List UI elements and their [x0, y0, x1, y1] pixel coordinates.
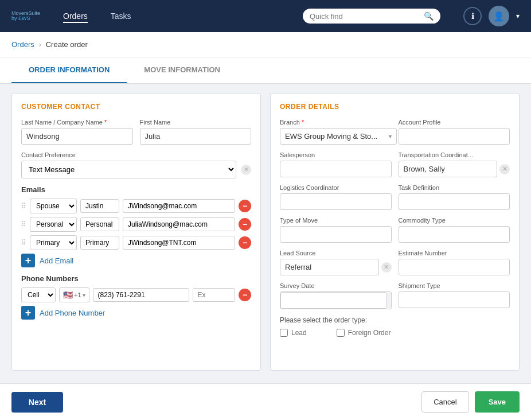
lead-source-clear[interactable]: ✕	[381, 262, 392, 273]
remove-email-0[interactable]: −	[239, 200, 251, 212]
calendar-icon[interactable]: 📅	[387, 293, 392, 308]
branch-select-wrap: EWS Group Moving & Sto... ▾	[280, 128, 392, 145]
email-name-2[interactable]	[80, 236, 119, 250]
save-button[interactable]: Save	[475, 391, 520, 413]
add-phone-label: Add Phone Number	[40, 309, 105, 317]
order-type-prompt: Please select the order type:	[280, 316, 510, 324]
email-name-1[interactable]	[80, 217, 119, 231]
last-name-group: Last Name / Company Name *	[21, 119, 133, 145]
survey-date-input[interactable]	[280, 292, 387, 309]
search-input[interactable]	[310, 12, 419, 21]
shipment-type-select[interactable]	[399, 291, 510, 308]
order-details-title: ORDER DETAILS	[280, 103, 510, 111]
lead-source-group: Lead Source Referral ✕	[280, 250, 392, 275]
branch-select[interactable]: EWS Group Moving & Sto...	[280, 128, 397, 145]
email-address-0[interactable]	[123, 199, 235, 213]
transport-coord-clear[interactable]: ✕	[499, 164, 510, 174]
account-profile-label: Account Profile	[399, 119, 510, 126]
branch-group: Branch * EWS Group Moving & Sto... ▾	[280, 119, 392, 145]
salesperson-select[interactable]	[280, 161, 392, 177]
email-row-1: ⠿ PersonalSpousePrimary −	[21, 217, 251, 232]
nav-tasks[interactable]: Tasks	[111, 9, 131, 23]
estimate-number-input[interactable]	[399, 259, 510, 275]
foreign-order-checkbox-label[interactable]: Foreign Order	[337, 329, 391, 337]
first-name-input[interactable]	[140, 128, 252, 145]
email-row-2: ⠿ PrimarySpousePersonal −	[21, 235, 251, 250]
remove-phone-0[interactable]: −	[239, 289, 251, 301]
email-name-0[interactable]	[80, 199, 119, 213]
shipment-type-label: Shipment Type	[399, 282, 510, 289]
add-email-button[interactable]: + Add Email	[21, 254, 73, 267]
lead-checkbox[interactable]	[280, 329, 288, 337]
logistics-group: Logistics Coordinator	[280, 184, 392, 210]
breadcrumb-orders-link[interactable]: Orders	[11, 40, 34, 49]
account-profile-select[interactable]	[399, 128, 510, 145]
flag-chevron: ▾	[83, 292, 85, 298]
email-row-0: ⠿ SpousePersonalPrimary −	[21, 199, 251, 213]
contact-pref-clear[interactable]: ✕	[241, 165, 251, 175]
lead-source-select[interactable]: Referral	[280, 259, 379, 275]
type-of-move-select[interactable]	[280, 226, 392, 243]
survey-date-input-wrap: 📅	[280, 291, 392, 309]
lead-checkbox-label[interactable]: Lead	[280, 329, 307, 337]
cancel-button[interactable]: Cancel	[421, 391, 468, 413]
nav-orders[interactable]: Orders	[63, 9, 88, 23]
remove-email-1[interactable]: −	[239, 218, 251, 231]
tabs-bar: ORDER INFORMATION MOVE INFORMATION	[0, 57, 531, 84]
contact-pref-row: Text Message Email Phone ✕	[21, 161, 251, 178]
chevron-down-icon[interactable]: ▾	[516, 12, 520, 20]
email-address-2[interactable]	[123, 236, 235, 250]
tab-move-information[interactable]: MOVE INFORMATION	[127, 57, 237, 83]
commodity-type-label: Commodity Type	[399, 217, 510, 224]
logistics-select[interactable]	[280, 193, 392, 210]
email-type-0[interactable]: SpousePersonalPrimary	[30, 199, 77, 213]
lead-source-select-wrap: Referral ✕	[280, 259, 392, 275]
add-phone-icon: +	[21, 306, 35, 320]
last-name-input[interactable]	[21, 128, 133, 145]
header-icons: ℹ 👤 ▾	[463, 6, 520, 26]
transport-coord-label: Transportation Coordinat...	[399, 151, 510, 158]
info-icon[interactable]: ℹ	[463, 7, 482, 25]
shipment-type-select-wrap	[399, 291, 510, 308]
flag-icon: 🇺🇸	[63, 290, 73, 300]
drag-handle-0[interactable]: ⠿	[21, 202, 26, 210]
estimate-number-group: Estimate Number	[399, 250, 510, 275]
task-def-select[interactable]	[399, 193, 510, 210]
order-type-row: Lead Foreign Order	[280, 329, 510, 337]
account-profile-group: Account Profile	[399, 119, 510, 145]
contact-pref-select[interactable]: Text Message Email Phone	[21, 161, 236, 178]
tab-order-information[interactable]: ORDER INFORMATION	[11, 57, 127, 83]
commodity-type-group: Commodity Type	[399, 217, 510, 243]
customer-contact-section: CUSTOMER CONTACT Last Name / Company Nam…	[11, 93, 261, 371]
task-def-select-wrap	[399, 193, 510, 210]
salesperson-transport-row: Salesperson Transportation Coordinat... …	[280, 151, 510, 177]
lead-source-estimate-row: Lead Source Referral ✕ Estimate Number	[280, 250, 510, 275]
foreign-order-label: Foreign Order	[348, 329, 391, 337]
main-content: CUSTOMER CONTACT Last Name / Company Nam…	[0, 84, 531, 380]
customer-contact-title: CUSTOMER CONTACT	[21, 103, 251, 111]
drag-handle-1[interactable]: ⠿	[21, 220, 26, 228]
last-name-label: Last Name / Company Name *	[21, 119, 133, 126]
next-button[interactable]: Next	[11, 392, 63, 413]
avatar[interactable]: 👤	[489, 6, 509, 26]
type-of-move-group: Type of Move	[280, 217, 392, 243]
drag-handle-2[interactable]: ⠿	[21, 239, 26, 247]
flag-select-0[interactable]: 🇺🇸 +1 ▾	[59, 287, 89, 302]
account-profile-select-wrap	[399, 128, 510, 145]
breadcrumb-separator: ›	[39, 41, 41, 49]
phone-ext-0[interactable]	[193, 288, 235, 302]
branch-account-row: Branch * EWS Group Moving & Sto... ▾ Acc…	[280, 119, 510, 145]
email-address-1[interactable]	[123, 217, 235, 231]
transport-coord-select[interactable]: Brown, Sally	[399, 161, 498, 177]
survey-date-label: Survey Date	[280, 282, 392, 289]
email-type-2[interactable]: PrimarySpousePersonal	[30, 235, 77, 250]
email-type-1[interactable]: PersonalSpousePrimary	[30, 217, 77, 232]
remove-email-2[interactable]: −	[239, 236, 251, 249]
foreign-order-checkbox[interactable]	[337, 329, 345, 337]
add-phone-button[interactable]: + Add Phone Number	[21, 306, 105, 320]
add-email-icon: +	[21, 254, 35, 267]
phone-type-0[interactable]: CellHomeWork	[21, 287, 56, 302]
type-of-move-label: Type of Move	[280, 217, 392, 224]
commodity-type-select[interactable]	[399, 226, 510, 243]
phone-number-0[interactable]	[93, 288, 189, 302]
